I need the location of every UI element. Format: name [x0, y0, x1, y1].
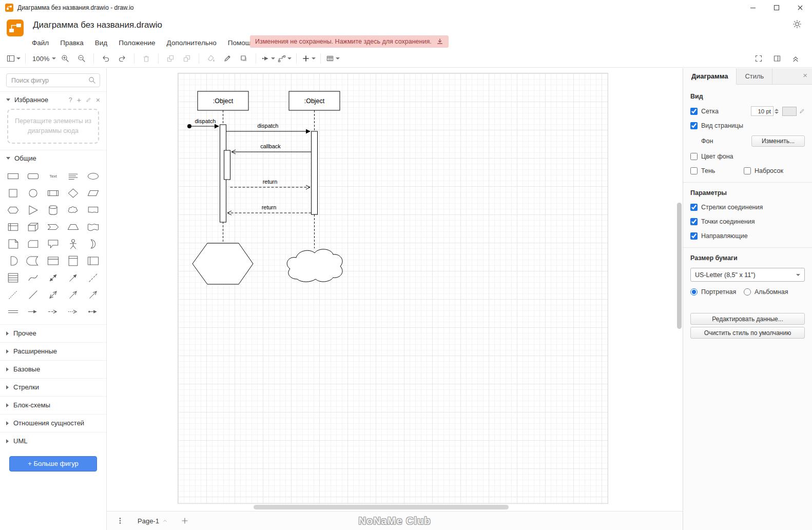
shape-container[interactable] [43, 252, 63, 269]
shape-dashed-connector[interactable] [43, 303, 63, 320]
activation-bar-2[interactable] [312, 131, 318, 214]
shape-curve[interactable] [23, 269, 43, 286]
shape-bidirectional-connector[interactable] [43, 286, 63, 303]
page-view-dropdown[interactable] [5, 52, 22, 65]
to-front-button[interactable] [162, 52, 179, 65]
shape-process[interactable] [43, 185, 63, 202]
sidebar-section-0[interactable]: Прочее [0, 324, 106, 342]
format-panel-toggle-button[interactable] [769, 52, 785, 65]
shape-cube[interactable] [23, 219, 43, 235]
shape-actor[interactable] [63, 235, 83, 252]
shape-triangle[interactable] [23, 202, 43, 219]
table-dropdown[interactable] [324, 52, 341, 65]
shape-and[interactable] [3, 252, 23, 269]
clear-default-style-button[interactable]: Очистить стиль по умолчанию [690, 327, 805, 339]
shape-directional-connector[interactable] [63, 286, 83, 303]
shape-dotted-connector[interactable] [63, 303, 83, 320]
shape-circle[interactable] [23, 185, 43, 202]
sidebar-section-6[interactable]: UML [0, 432, 106, 450]
insert-dropdown[interactable] [300, 52, 317, 65]
waypoint-style-dropdown[interactable] [276, 52, 293, 65]
panel-close-icon[interactable]: × [803, 71, 807, 79]
shape-diamond[interactable] [63, 185, 83, 202]
shape-or[interactable] [83, 235, 103, 252]
edit-pencil-icon[interactable] [86, 97, 91, 103]
shape-rounded-rectangle[interactable] [23, 168, 43, 185]
background-color-checkbox[interactable] [690, 153, 698, 160]
menu-view[interactable]: Вид [95, 39, 107, 47]
undo-button[interactable] [98, 52, 114, 65]
connection-points-checkbox[interactable] [690, 218, 698, 225]
shape-tape[interactable] [83, 219, 103, 235]
redo-button[interactable] [114, 52, 130, 65]
menu-extras[interactable]: Дополнительно [167, 39, 217, 47]
sidebar-section-5[interactable]: Отношения сущностей [0, 414, 106, 432]
page-tab[interactable]: Page-1 [131, 512, 173, 530]
grid-size-stepper[interactable] [775, 109, 779, 114]
shape-card[interactable] [23, 235, 43, 252]
shape-document[interactable] [83, 202, 103, 219]
shape-link[interactable] [3, 303, 23, 320]
edit-data-button[interactable]: Редактировать данные... [690, 313, 805, 325]
shadow-button[interactable] [236, 52, 252, 65]
cloud-shape[interactable] [287, 249, 342, 282]
tab-diagram[interactable]: Диаграмма [683, 68, 737, 85]
shape-hexagon[interactable] [3, 202, 23, 219]
portrait-radio[interactable] [690, 288, 698, 296]
shape-internal-storage[interactable] [3, 219, 23, 235]
activation-bar-nested[interactable] [224, 150, 230, 180]
unsaved-changes-banner[interactable]: Изменения не сохранены. Нажмите здесь дл… [250, 35, 449, 48]
favorites-close-button[interactable]: × [96, 96, 100, 104]
delete-button[interactable] [138, 52, 154, 65]
page-view-checkbox[interactable] [690, 122, 698, 129]
sidebar-section-4[interactable]: Блок-схемы [0, 396, 106, 414]
menu-edit[interactable]: Правка [60, 39, 84, 47]
shape-list[interactable] [3, 269, 23, 286]
shape-step[interactable] [43, 219, 63, 235]
grid-size-input[interactable]: 10 pt [751, 106, 774, 116]
shape-vertical-container[interactable] [63, 252, 83, 269]
shape-line[interactable] [23, 286, 43, 303]
found-message-dot[interactable] [187, 124, 191, 128]
close-button[interactable] [788, 0, 812, 15]
fullscreen-button[interactable] [750, 52, 767, 65]
uml-sequence-diagram[interactable]: :Object :Object dispatch dispatch [178, 73, 353, 291]
line-color-button[interactable] [219, 52, 236, 65]
general-section-header[interactable]: Общие [0, 150, 106, 166]
sidebar-section-1[interactable]: Расширенные [0, 342, 106, 360]
shape-horizontal-container[interactable] [83, 252, 103, 269]
favorites-drop-area[interactable]: Перетащите элементы из диаграммы сюда [7, 109, 99, 144]
shape-parallelogram[interactable] [83, 185, 103, 202]
favorites-section-header[interactable]: Избранное ? + × [0, 91, 106, 108]
shape-arrow[interactable] [63, 269, 83, 286]
paper-size-select[interactable]: US-Letter (8,5" x 11") [690, 268, 805, 282]
maximize-button[interactable] [765, 0, 788, 15]
shape-note[interactable] [3, 235, 23, 252]
add-page-button[interactable] [177, 514, 193, 527]
minimize-button[interactable] [741, 0, 765, 15]
shape-dashed-line[interactable] [83, 269, 103, 286]
shape-data-storage[interactable] [23, 252, 43, 269]
shape-cylinder[interactable] [43, 202, 63, 219]
tab-style[interactable]: Стиль [737, 68, 772, 84]
zoom-dropdown[interactable]: 100% [29, 52, 57, 65]
grid-color-swatch[interactable] [782, 107, 797, 116]
favorites-add-button[interactable]: + [77, 96, 81, 104]
shape-cloud[interactable] [63, 202, 83, 219]
shape-ellipse[interactable] [83, 168, 103, 185]
edit-pencil-icon[interactable] [799, 108, 805, 114]
pages-menu-button[interactable] [112, 514, 128, 527]
menu-arrange[interactable]: Положение [119, 39, 155, 47]
hexagon-shape[interactable] [192, 243, 253, 284]
shape-trapezoid[interactable] [63, 219, 83, 235]
zoom-in-button[interactable] [57, 52, 73, 65]
grid-checkbox[interactable] [690, 108, 698, 115]
canvas[interactable]: :Object :Object dispatch dispatch [107, 68, 683, 511]
change-background-button[interactable]: Изменить... [751, 135, 805, 147]
connection-style-dropdown[interactable] [260, 52, 276, 65]
collapse-toolbar-button[interactable] [787, 52, 804, 65]
shape-square[interactable] [3, 185, 23, 202]
theme-toggle-button[interactable] [790, 17, 804, 31]
shape-text[interactable]: Text [43, 168, 63, 185]
sidebar-section-2[interactable]: Базовые [0, 360, 106, 378]
